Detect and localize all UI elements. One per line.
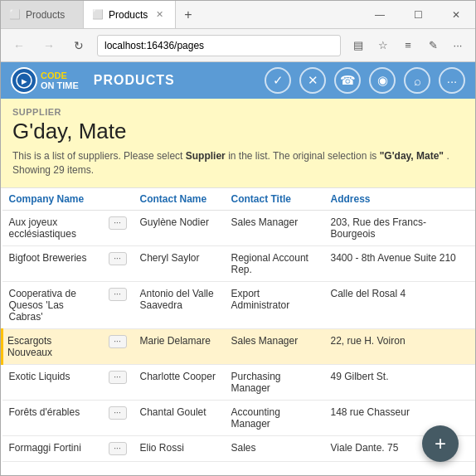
supplier-name: G'day, Mate bbox=[12, 119, 464, 144]
tab-1-inactive[interactable]: ⬜ Products bbox=[1, 1, 84, 28]
toolbar-phone-icon[interactable]: ☎ bbox=[334, 67, 361, 94]
cell-more: ··· bbox=[102, 245, 134, 281]
cell-contact: Marie Delamare bbox=[134, 328, 225, 364]
col-header-title[interactable]: Contact Title bbox=[225, 188, 324, 211]
cell-contact: Chantal Goulet bbox=[134, 400, 225, 435]
tab-2-active[interactable]: ⬜ Products ✕ bbox=[84, 1, 176, 28]
table-row[interactable]: Cooperativa de Quesos 'Las Cabras'···Ant… bbox=[2, 281, 476, 328]
tab-2-icon: ⬜ bbox=[92, 9, 104, 20]
table-row[interactable]: Bigfoot Breweries···Cheryl SaylorRegiona… bbox=[2, 245, 476, 281]
supplier-desc-text1: This is a list of suppliers. Please sele… bbox=[12, 150, 182, 162]
supplier-desc-quoted: "G'day, Mate" bbox=[380, 150, 444, 162]
tools-icon[interactable]: ✎ bbox=[422, 35, 444, 56]
more-options-button[interactable]: ··· bbox=[109, 442, 127, 455]
col-header-address[interactable]: Address bbox=[324, 188, 476, 211]
reader-mode-icon[interactable]: ▤ bbox=[347, 35, 369, 56]
cell-title: Purchasing Manager bbox=[225, 364, 324, 400]
cell-company: Exotic Liquids bbox=[2, 364, 102, 400]
toolbar-more-icon[interactable]: ··· bbox=[439, 67, 465, 94]
logo-text: CODE ON TIME bbox=[41, 70, 79, 90]
supplier-desc-text3: . bbox=[446, 150, 449, 162]
address-icons: ▤ ☆ ≡ ✎ ··· bbox=[347, 35, 469, 56]
title-bar: ⬜ Products ⬜ Products ✕ + — ☐ ✕ bbox=[1, 1, 475, 29]
url-input[interactable] bbox=[97, 35, 341, 56]
cell-address: 49 Gilbert St. bbox=[324, 364, 476, 400]
more-options-button[interactable]: ··· bbox=[109, 216, 127, 230]
cell-address: 203, Rue des Francs-Bourgeois bbox=[324, 210, 476, 245]
cell-contact: Elio Rossi bbox=[134, 435, 225, 461]
supplier-description: This is a list of suppliers. Please sele… bbox=[12, 149, 464, 177]
fab-add-button[interactable]: + bbox=[422, 425, 459, 462]
toolbar-check-icon[interactable]: ✓ bbox=[265, 67, 291, 94]
table-row[interactable]: Formaggi Fortini···Elio RossiSalesViale … bbox=[2, 435, 476, 461]
cell-more: ··· bbox=[102, 364, 134, 400]
table-row[interactable]: Aux joyeux ecclésiastiques···Guylène Nod… bbox=[2, 210, 476, 245]
supplier-desc-text2: in the list. The original selection is bbox=[228, 150, 376, 162]
window: ⬜ Products ⬜ Products ✕ + — ☐ ✕ ← → ↻ ▤ … bbox=[0, 0, 476, 476]
col-header-more bbox=[102, 188, 134, 211]
cell-address: 22, rue H. Voiron bbox=[324, 328, 476, 364]
more-options-button[interactable]: ··· bbox=[109, 252, 127, 265]
table-header-row: Company Name Contact Name Contact Title … bbox=[2, 188, 476, 211]
more-options-button[interactable]: ··· bbox=[109, 335, 127, 348]
table-container: Company Name Contact Name Contact Title … bbox=[1, 188, 475, 475]
table-row[interactable]: Exotic Liquids···Charlotte CooperPurchas… bbox=[2, 364, 476, 400]
tab-1-icon: ⬜ bbox=[9, 9, 21, 20]
new-tab-button[interactable]: + bbox=[176, 1, 200, 28]
cell-title: Sales Manager bbox=[225, 210, 324, 245]
tab-1-label: Products bbox=[26, 9, 65, 21]
toolbar-view-icon[interactable]: ◉ bbox=[369, 67, 396, 94]
more-options-button[interactable]: ··· bbox=[109, 406, 127, 420]
toolbar-search-icon[interactable]: ⌕ bbox=[404, 67, 430, 94]
cell-more: ··· bbox=[102, 328, 134, 364]
table-row[interactable]: Escargots Nouveaux···Marie DelamareSales… bbox=[2, 328, 476, 364]
toolbar-toggle-icon[interactable]: ≡ bbox=[397, 35, 419, 56]
suppliers-table: Company Name Contact Name Contact Title … bbox=[1, 188, 475, 462]
more-options-button[interactable]: ··· bbox=[109, 288, 127, 301]
cell-more: ··· bbox=[102, 281, 134, 328]
cell-title: Sales Manager bbox=[225, 328, 324, 364]
supplier-desc-bold: Supplier bbox=[186, 150, 226, 162]
svg-text:▶: ▶ bbox=[22, 78, 27, 85]
app-content: ▶ CODE ON TIME PRODUCTS ✓ ✕ ☎ ◉ ⌕ ··· SU… bbox=[1, 62, 475, 475]
cell-contact: Antonio del Valle Saavedra bbox=[134, 281, 225, 328]
cell-more: ··· bbox=[102, 435, 134, 461]
cell-company: Forêts d'érables bbox=[2, 400, 102, 435]
tab-close-button[interactable]: ✕ bbox=[153, 7, 167, 22]
app-title: PRODUCTS bbox=[94, 73, 175, 88]
cell-contact: Guylène Nodier bbox=[134, 210, 225, 245]
refresh-button[interactable]: ↻ bbox=[67, 34, 90, 57]
col-header-company[interactable]: Company Name bbox=[2, 188, 102, 211]
window-controls: — ☐ ✕ bbox=[361, 1, 475, 28]
cell-contact: Cheryl Saylor bbox=[134, 245, 225, 281]
table-row[interactable]: Forêts d'érables···Chantal GouletAccount… bbox=[2, 400, 476, 435]
tab-2-label: Products bbox=[109, 9, 148, 21]
supplier-showing: Showing 29 items. bbox=[12, 164, 94, 176]
brand-logo: ▶ CODE ON TIME bbox=[11, 67, 79, 94]
cell-company: Escargots Nouveaux bbox=[2, 328, 102, 364]
cell-more: ··· bbox=[102, 400, 134, 435]
address-bar: ← → ↻ ▤ ☆ ≡ ✎ ··· bbox=[1, 29, 475, 62]
more-options-icon[interactable]: ··· bbox=[447, 35, 469, 56]
cell-company: Cooperativa de Quesos 'Las Cabras' bbox=[2, 281, 102, 328]
forward-button[interactable]: → bbox=[37, 34, 61, 57]
supplier-label: SUPPLIER bbox=[12, 107, 464, 117]
cell-company: Bigfoot Breweries bbox=[2, 245, 102, 281]
toolbar-cancel-icon[interactable]: ✕ bbox=[299, 67, 326, 94]
more-options-button[interactable]: ··· bbox=[109, 371, 127, 384]
cell-address: 3400 - 8th Avenue Suite 210 bbox=[324, 245, 476, 281]
close-button[interactable]: ✕ bbox=[437, 1, 475, 29]
cell-title: Accounting Manager bbox=[225, 400, 324, 435]
cell-more: ··· bbox=[102, 210, 134, 245]
supplier-header: SUPPLIER G'day, Mate This is a list of s… bbox=[1, 99, 475, 188]
cell-contact: Charlotte Cooper bbox=[134, 364, 225, 400]
cell-address: Calle del Rosal 4 bbox=[324, 281, 476, 328]
minimize-button[interactable]: — bbox=[361, 1, 399, 29]
favorites-icon[interactable]: ☆ bbox=[372, 35, 394, 56]
maximize-button[interactable]: ☐ bbox=[399, 1, 437, 29]
cell-title: Export Administrator bbox=[225, 281, 324, 328]
logo-circle: ▶ bbox=[11, 67, 37, 94]
back-button[interactable]: ← bbox=[7, 34, 31, 57]
col-header-contact[interactable]: Contact Name bbox=[134, 188, 225, 211]
app-toolbar: ▶ CODE ON TIME PRODUCTS ✓ ✕ ☎ ◉ ⌕ ··· bbox=[1, 62, 475, 99]
